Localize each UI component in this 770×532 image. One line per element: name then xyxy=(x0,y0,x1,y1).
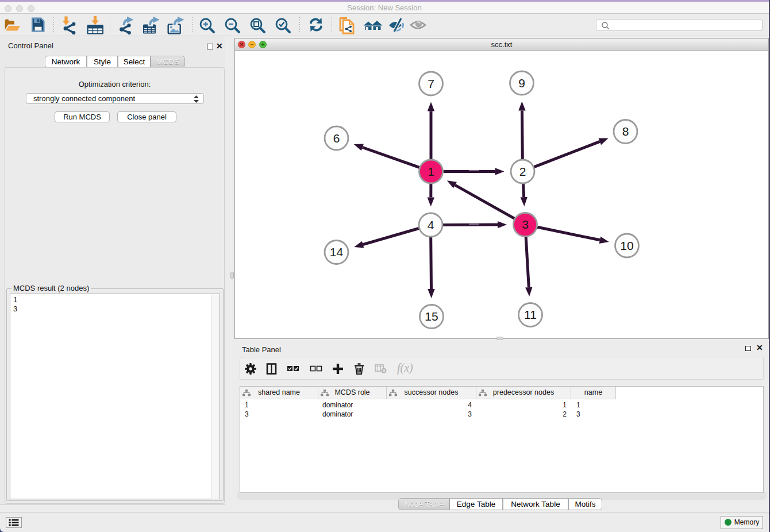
svg-text:4: 4 xyxy=(428,218,434,232)
svg-text:3: 3 xyxy=(522,218,529,231)
svg-text:7: 7 xyxy=(428,77,434,90)
svg-text:10: 10 xyxy=(620,239,633,252)
svg-text:2: 2 xyxy=(519,165,526,178)
svg-text:11: 11 xyxy=(524,308,537,321)
svg-text:6: 6 xyxy=(333,132,340,145)
svg-text:15: 15 xyxy=(425,310,438,323)
svg-text:8: 8 xyxy=(622,125,629,138)
svg-text:14: 14 xyxy=(330,245,344,259)
svg-text:1: 1 xyxy=(428,165,434,178)
svg-text:9: 9 xyxy=(518,76,525,90)
